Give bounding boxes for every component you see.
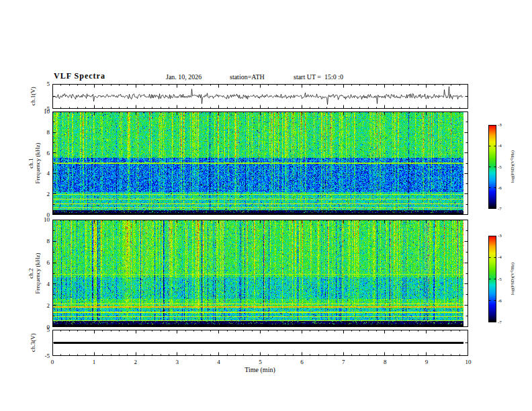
colorbar-ch2 xyxy=(488,236,496,322)
x-tick-label: 3 xyxy=(175,359,179,365)
colorbar-tick-label: -4 xyxy=(498,255,502,260)
y-tick-label: 6 xyxy=(47,150,50,156)
x-tick-label: 6 xyxy=(300,359,304,365)
x-tick-label: 10 xyxy=(466,359,472,365)
ch3-voltage-axis-label: ch.3(V) xyxy=(30,333,36,352)
y-tick-label: 6 xyxy=(47,259,50,266)
y-tick-label: 5 xyxy=(47,326,50,333)
colorbar-tick-label: -6 xyxy=(498,185,502,191)
colorbar-tick-label: -6 xyxy=(498,298,502,304)
y-tick-label: 10 xyxy=(44,108,50,115)
y-tick-label: 5 xyxy=(47,81,50,87)
y-tick-label: 4 xyxy=(47,281,50,287)
colorbar-label-ch1: log(PSD)(V²/Hz) xyxy=(510,150,515,183)
ch1-spectrogram-panel xyxy=(52,111,468,215)
colorbar-ch1 xyxy=(488,125,496,209)
y-tick-label: 8 xyxy=(47,238,50,244)
x-tick-label: 0 xyxy=(51,359,54,365)
ch2-frequency-axis-label: ch.2 Frequency (kHz) xyxy=(28,253,41,293)
colorbar-tick-label: -4 xyxy=(498,143,502,148)
figure-start-ut: start UT = 15:0 :0 xyxy=(294,73,343,81)
ch1-voltage-axis-label: ch.1(V) xyxy=(30,87,36,105)
ch1-frequency-axis-label: ch.1 Frequency (kHz) xyxy=(28,142,41,183)
y-tick-label: -5 xyxy=(45,353,50,359)
x-tick-label: 7 xyxy=(342,359,345,365)
figure-station: station=ATH xyxy=(230,73,265,81)
x-tick-label: 2 xyxy=(134,359,138,365)
y-tick-label: 10 xyxy=(44,216,50,223)
y-tick-label: 8 xyxy=(47,129,50,136)
x-axis-title: Time (min) xyxy=(245,366,275,373)
colorbar-tick-label: -3 xyxy=(498,122,502,128)
vlf-spectra-figure: VLF Spectra Jan. 10, 2026 station=ATH st… xyxy=(0,0,532,411)
ch3-waveform-panel xyxy=(52,330,468,356)
figure-date: Jan. 10, 2026 xyxy=(166,73,202,81)
x-tick-label: 4 xyxy=(217,359,220,365)
x-tick-label: 9 xyxy=(425,359,429,365)
colorbar-label-ch2: log(PSD)(V²/Hz) xyxy=(510,263,515,295)
colorbar-tick-label: -3 xyxy=(498,233,502,238)
x-tick-label: 8 xyxy=(384,359,387,365)
ch2-spectrogram-panel xyxy=(52,220,468,327)
colorbar-tick-label: -7 xyxy=(498,320,502,325)
colorbar-tick-label: -5 xyxy=(498,165,502,170)
y-tick-label: 2 xyxy=(47,191,50,197)
figure-title: VLF Spectra xyxy=(54,71,105,81)
colorbar-tick-label: -5 xyxy=(498,277,502,282)
y-tick-label: 2 xyxy=(47,302,50,309)
x-tick-label: 1 xyxy=(93,359,96,365)
x-tick-label: 5 xyxy=(259,359,262,365)
colorbar-tick-label: -7 xyxy=(498,206,502,212)
ch1-waveform-panel xyxy=(52,84,468,109)
y-tick-label: 4 xyxy=(47,170,50,177)
